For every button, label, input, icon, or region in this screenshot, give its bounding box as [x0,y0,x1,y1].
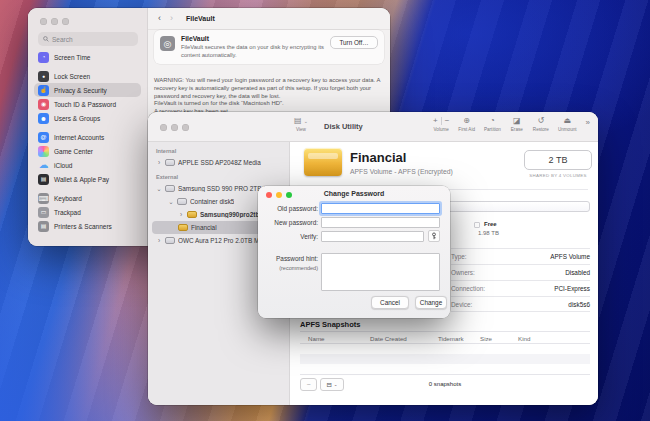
disclosure-icon[interactable]: › [156,237,162,244]
snapshots-title: APFS Snapshots [300,320,360,329]
add-volume-button[interactable]: + [433,116,438,126]
search-icon [43,36,49,42]
disclosure-icon[interactable]: › [156,159,162,166]
screen-time-icon [38,52,49,63]
users-icon [38,113,49,124]
volume-label: Volume [434,127,449,132]
at-sign-icon [38,132,49,143]
password-hint-textarea[interactable] [321,253,440,291]
column-name[interactable]: Name [308,335,325,342]
volume-name: Financial [350,150,406,165]
zoom-button[interactable] [182,124,189,131]
view-icon: ▤ [294,116,302,125]
snapshots-table-header: Name Date Created Tidemark Size Kind [300,332,590,344]
column-size[interactable]: Size [480,335,492,342]
erase-button[interactable]: ◪Erase [510,116,524,132]
disk-icon [165,237,175,244]
sidebar-item-printers[interactable]: Printers & Scanners [34,219,141,233]
dialog-title: Change Password [258,190,450,197]
volume-details: Type:APFS Volume Owners:Disabled Connect… [451,248,590,312]
volume-button-group: + − Volume [433,116,449,132]
view-button[interactable]: ▤ ⌄ View [294,116,308,132]
filevault-warning-text: WARNING: You will need your login passwo… [154,76,386,101]
keyboard-icon [38,193,49,204]
sidebar-item-game-center[interactable]: Game Center [34,144,141,158]
column-date-created[interactable]: Date Created [370,335,407,342]
zoom-button[interactable] [62,18,69,25]
forward-button[interactable]: › [170,13,173,23]
column-tidemark[interactable]: Tidemark [438,335,464,342]
old-password-input[interactable] [321,203,440,214]
minimize-button[interactable] [51,18,58,25]
detail-row-type: Type:APFS Volume [451,248,590,264]
lock-icon [38,71,49,82]
remove-volume-button[interactable]: − [445,116,450,126]
filevault-description: FileVault secures the data on your disk … [181,44,327,60]
sidebar-item-icloud[interactable]: iCloud [34,158,141,172]
settings-header: ‹ › FileVault [148,8,390,30]
window-controls [160,124,189,131]
filevault-status-disk: FileVault is turned on for the disk “Mac… [154,100,386,106]
key-icon [430,232,438,240]
sidebar-item-trackpad[interactable]: Trackpad [34,205,141,219]
erase-icon: ◪ [513,116,521,126]
sidebar-item-privacy-security[interactable]: Privacy & Security [34,83,141,97]
column-kind[interactable]: Kind [518,335,530,342]
empty-row [300,344,590,354]
privacy-hand-icon [38,85,49,96]
snapshots-table: Name Date Created Tidemark Size Kind [300,331,590,375]
filevault-icon [160,36,175,51]
verify-input[interactable] [321,231,424,242]
snapshot-count: 0 snapshots [300,381,590,387]
sidebar-item-touch-id[interactable]: Touch ID & Password [34,97,141,111]
new-password-label: New password: [260,219,318,226]
disclosure-icon[interactable]: ⌄ [168,198,174,206]
free-legend-label: Free [484,221,497,227]
search-input[interactable]: Search [38,32,138,46]
sidebar-item-screen-time[interactable]: Screen Time [34,50,141,64]
toolbar-overflow-button[interactable]: » [586,118,590,127]
disk-utility-toolbar: ▤ ⌄ View Disk Utility + − Volume ⊕First … [148,112,598,142]
wallet-icon [38,174,49,185]
detail-row-owners: Owners:Disabled [451,264,590,280]
sidebar-item-users-groups[interactable]: Users & Groups [34,111,141,125]
view-label: View [296,127,306,132]
page-title: FileVault [186,15,215,22]
disk-icon [165,185,175,192]
disclosure-icon[interactable]: ⌄ [156,185,162,193]
sidebar-item-apple-ssd[interactable]: › APPLE SSD AP2048Z Media [148,156,289,169]
partition-button[interactable]: ◔Partition [484,116,501,132]
unmount-button[interactable]: ⏏Unmount [558,116,577,132]
close-button[interactable] [160,124,167,131]
sidebar-item-wallet[interactable]: Wallet & Apple Pay [34,172,141,186]
change-password-dialog: Change Password Old password: New passwo… [258,186,450,318]
free-legend-value: 1.98 TB [478,230,499,236]
restore-button[interactable]: ↺Restore [533,116,549,132]
sidebar-item-internet-accounts[interactable]: Internet Accounts [34,130,141,144]
sidebar-item-keyboard[interactable]: Keyboard [34,191,141,205]
sidebar-item-lock-screen[interactable]: Lock Screen [34,69,141,83]
filevault-title: FileVault [181,35,209,42]
turn-off-button[interactable]: Turn Off… [330,36,378,49]
search-placeholder: Search [52,36,73,43]
cancel-button[interactable]: Cancel [371,296,409,309]
game-center-icon [38,146,49,157]
new-password-input[interactable] [321,217,440,228]
cloud-icon [38,160,49,171]
free-legend-swatch [474,222,480,228]
detail-row-connection: Connection:PCI-Express [451,280,590,296]
change-button[interactable]: Change [415,296,447,309]
password-assistant-button[interactable] [428,230,440,242]
back-button[interactable]: ‹ [158,13,161,23]
password-hint-label: Password hint: [260,255,318,262]
first-aid-button[interactable]: ⊕First Aid [458,116,475,132]
empty-row [300,354,590,364]
disclosure-icon[interactable]: › [178,211,184,218]
sidebar-section-internal: Internal [148,146,289,156]
close-button[interactable] [40,18,47,25]
shared-volumes-note: SHARED BY 4 VOLUMES [524,173,592,178]
minimize-button[interactable] [171,124,178,131]
volume-icon [178,224,188,231]
partition-icon: ◔ [490,116,495,126]
filevault-card: FileVault FileVault secures the data on … [154,30,384,64]
